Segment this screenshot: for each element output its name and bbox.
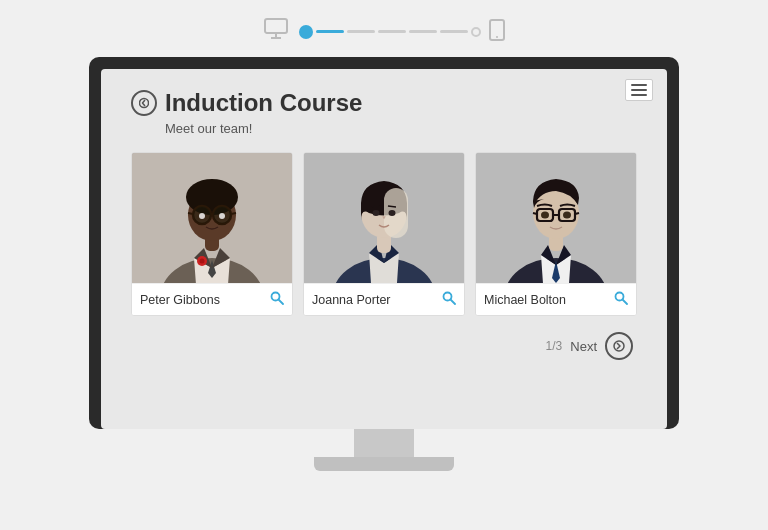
svg-line-34 bbox=[451, 300, 456, 305]
progress-dot-end bbox=[471, 27, 481, 37]
course-subtitle: Meet our team! bbox=[165, 121, 637, 136]
menu-line-1 bbox=[631, 84, 647, 86]
progress-seg-2 bbox=[347, 30, 375, 33]
svg-point-29 bbox=[373, 210, 380, 216]
monitor-screen: Induction Course Meet our team! bbox=[101, 69, 667, 429]
page-counter: 1/3 bbox=[546, 339, 563, 353]
svg-line-42 bbox=[533, 213, 537, 214]
svg-line-31 bbox=[372, 206, 380, 207]
card-label-michael: Michael Bolton bbox=[476, 283, 636, 315]
progress-bar-area bbox=[0, 0, 768, 57]
course-title: Induction Course bbox=[165, 89, 362, 117]
svg-rect-28 bbox=[384, 188, 408, 238]
menu-line-2 bbox=[631, 89, 647, 91]
team-card-peter[interactable]: Peter Gibbons bbox=[131, 152, 293, 316]
card-label-peter: Peter Gibbons bbox=[132, 283, 292, 315]
desktop-icon bbox=[263, 18, 291, 45]
next-button[interactable] bbox=[605, 332, 633, 360]
navigation-bottom: 1/3 Next bbox=[131, 332, 637, 360]
svg-line-16 bbox=[188, 213, 193, 214]
monitor-frame: Induction Course Meet our team! bbox=[89, 57, 679, 471]
card-name-peter: Peter Gibbons bbox=[140, 293, 220, 307]
svg-line-32 bbox=[388, 206, 396, 207]
svg-line-47 bbox=[623, 300, 628, 305]
svg-point-5 bbox=[140, 99, 149, 108]
svg-line-23 bbox=[279, 300, 284, 305]
team-cards-container: Peter Gibbons bbox=[131, 152, 637, 316]
progress-seg-3 bbox=[378, 30, 406, 33]
progress-track bbox=[299, 25, 481, 39]
monitor-stand bbox=[314, 429, 454, 471]
card-label-joanna: Joanna Porter bbox=[304, 283, 464, 315]
search-button-peter[interactable] bbox=[270, 291, 284, 308]
svg-point-4 bbox=[496, 36, 498, 38]
svg-point-44 bbox=[541, 212, 549, 219]
avatar-joanna bbox=[304, 153, 464, 283]
progress-seg-5 bbox=[440, 30, 468, 33]
svg-line-17 bbox=[231, 213, 236, 214]
svg-rect-0 bbox=[265, 19, 287, 33]
team-card-michael[interactable]: Michael Bolton bbox=[475, 152, 637, 316]
progress-seg-4 bbox=[409, 30, 437, 33]
search-button-joanna[interactable] bbox=[442, 291, 456, 308]
progress-dot-active bbox=[299, 25, 313, 39]
progress-seg-1 bbox=[316, 30, 344, 33]
menu-line-3 bbox=[631, 94, 647, 96]
svg-line-43 bbox=[575, 213, 579, 214]
title-row: Induction Course bbox=[131, 89, 637, 117]
monitor-base bbox=[314, 457, 454, 471]
back-button[interactable] bbox=[131, 90, 157, 116]
avatar-michael bbox=[476, 153, 636, 283]
monitor-bezel: Induction Course Meet our team! bbox=[89, 57, 679, 429]
team-card-joanna[interactable]: Joanna Porter bbox=[303, 152, 465, 316]
svg-point-30 bbox=[389, 210, 396, 216]
next-label: Next bbox=[570, 339, 597, 354]
svg-point-45 bbox=[563, 212, 571, 219]
svg-point-9 bbox=[200, 259, 205, 264]
search-button-michael[interactable] bbox=[614, 291, 628, 308]
screen-content: Induction Course Meet our team! bbox=[101, 69, 667, 380]
svg-point-21 bbox=[219, 213, 225, 219]
mobile-icon bbox=[489, 19, 505, 45]
card-name-joanna: Joanna Porter bbox=[312, 293, 391, 307]
card-name-michael: Michael Bolton bbox=[484, 293, 566, 307]
hamburger-menu[interactable] bbox=[625, 79, 653, 101]
monitor-neck bbox=[354, 429, 414, 457]
avatar-peter bbox=[132, 153, 292, 283]
svg-point-20 bbox=[199, 213, 205, 219]
